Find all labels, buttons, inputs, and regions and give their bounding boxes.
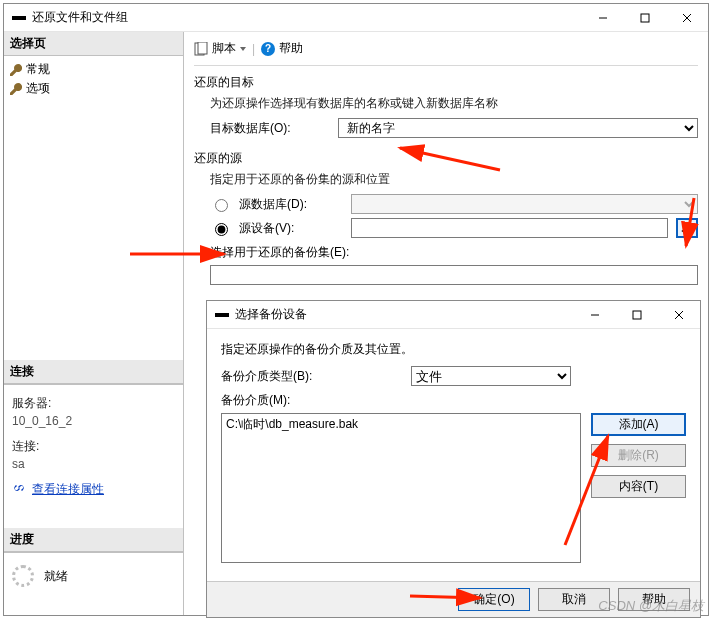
sidebar-item-options[interactable]: 选项 (10, 79, 177, 98)
from-device-label: 源设备(V): (239, 220, 343, 237)
dialog-footer: 确定(O) 取消 帮助 (207, 581, 700, 617)
window-buttons (582, 4, 708, 31)
sidebar-item-label: 常规 (26, 61, 50, 78)
device-path-input[interactable] (351, 218, 668, 238)
link-icon (12, 481, 26, 498)
svg-rect-5 (198, 42, 207, 54)
help-button[interactable]: ? 帮助 (261, 40, 303, 57)
sidebar-item-label: 选项 (26, 80, 50, 97)
media-type-combo[interactable]: 文件 (411, 366, 571, 386)
script-button[interactable]: 脚本 (194, 40, 246, 57)
connection-pane: 服务器: 10_0_16_2 连接: sa 查看连接属性 (4, 384, 183, 502)
content-toolbar: 脚本 | ? 帮助 (194, 38, 698, 66)
media-type-label: 备份介质类型(B): (221, 368, 401, 385)
help-dialog-button[interactable]: 帮助 (618, 588, 690, 611)
dialog-titlebar: 选择备份设备 (207, 301, 700, 329)
from-db-label: 源数据库(D): (239, 196, 343, 213)
dialog-title: 选择备份设备 (235, 306, 574, 323)
wrench-icon (10, 83, 22, 95)
sidebar-item-general[interactable]: 常规 (10, 60, 177, 79)
window-title: 还原文件和文件组 (32, 9, 582, 26)
progress-header: 进度 (4, 528, 183, 552)
destination-title: 还原的目标 (194, 74, 698, 91)
contents-button[interactable]: 内容(T) (591, 475, 686, 498)
select-backup-device-dialog: 选择备份设备 指定还原操作的备份介质及其位置。 备份介质类型(B): 文件 备份… (206, 300, 701, 618)
progress-status: 就绪 (44, 568, 68, 585)
window-icon (12, 14, 26, 22)
connection-header: 连接 (4, 360, 183, 384)
browse-device-button[interactable]: … (676, 218, 698, 238)
from-device-radio[interactable] (215, 223, 228, 236)
media-listbox[interactable]: C:\临时\db_measure.bak (221, 413, 581, 563)
cancel-button[interactable]: 取消 (538, 588, 610, 611)
progress-pane: 就绪 (4, 552, 183, 615)
conn-value: sa (12, 457, 175, 471)
backup-sets-grid[interactable] (210, 265, 698, 285)
target-db-label: 目标数据库(O): (210, 120, 330, 137)
from-db-combo (351, 194, 698, 214)
close-button[interactable] (666, 4, 708, 31)
target-db-combo[interactable]: 新的名字 (338, 118, 698, 138)
add-button[interactable]: 添加(A) (591, 413, 686, 436)
script-label: 脚本 (212, 40, 236, 57)
help-icon: ? (261, 42, 275, 56)
dialog-close-button[interactable] (658, 301, 700, 328)
view-connection-properties-link[interactable]: 查看连接属性 (32, 481, 104, 498)
conn-label: 连接: (12, 438, 175, 455)
chevron-down-icon (240, 47, 246, 51)
ok-button[interactable]: 确定(O) (458, 588, 530, 611)
dialog-minimize-button[interactable] (574, 301, 616, 328)
svg-rect-7 (633, 311, 641, 319)
titlebar: 还原文件和文件组 (4, 4, 708, 32)
backup-sets-label: 选择用于还原的备份集(E): (210, 244, 698, 261)
source-title: 还原的源 (194, 150, 698, 167)
media-label: 备份介质(M): (221, 392, 401, 409)
wrench-icon (10, 64, 22, 76)
server-label: 服务器: (12, 395, 175, 412)
minimize-button[interactable] (582, 4, 624, 31)
sidebar: 选择页 常规 选项 连接 服务器: 10_0_16_2 连接: (4, 32, 184, 615)
maximize-button[interactable] (624, 4, 666, 31)
help-label: 帮助 (279, 40, 303, 57)
script-icon (194, 42, 208, 56)
window-icon (215, 311, 229, 319)
svg-rect-1 (641, 14, 649, 22)
from-database-radio[interactable] (215, 199, 228, 212)
dialog-maximize-button[interactable] (616, 301, 658, 328)
remove-button[interactable]: 删除(R) (591, 444, 686, 467)
media-item[interactable]: C:\临时\db_measure.bak (226, 416, 576, 433)
dialog-instruction: 指定还原操作的备份介质及其位置。 (221, 341, 686, 358)
spinner-icon (12, 565, 34, 587)
server-value: 10_0_16_2 (12, 414, 175, 428)
select-page-header: 选择页 (4, 32, 183, 56)
destination-sub: 为还原操作选择现有数据库的名称或键入新数据库名称 (210, 95, 698, 112)
source-sub: 指定用于还原的备份集的源和位置 (210, 171, 698, 188)
